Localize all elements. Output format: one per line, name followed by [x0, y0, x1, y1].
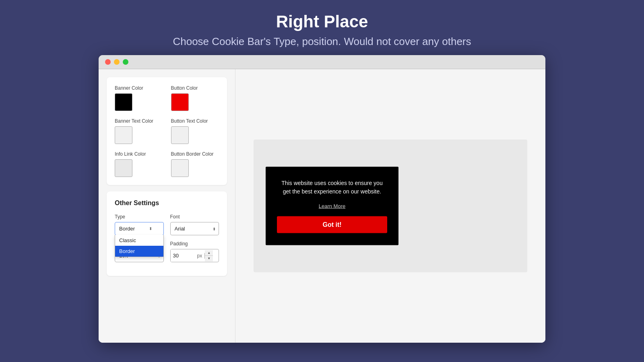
browser-window: Banner Color Button Color Banner Text Co…	[99, 55, 545, 343]
banner-color-swatch[interactable]	[115, 93, 132, 111]
type-dropdown-container: Border ⬍ Classic Border	[115, 222, 164, 235]
button-border-color-swatch[interactable]	[171, 159, 189, 177]
type-dropdown-arrow: ⬍	[149, 226, 152, 231]
padding-increment-button[interactable]: ▲	[205, 250, 213, 256]
type-dropdown-list: Classic Border	[115, 235, 164, 257]
traffic-light-green[interactable]	[123, 59, 128, 65]
padding-spinner: ▲ ▼	[205, 250, 213, 261]
type-option-border[interactable]: Border	[115, 246, 163, 257]
traffic-light-red[interactable]	[105, 59, 111, 65]
padding-input[interactable]	[171, 249, 195, 262]
type-field-group: Type Border ⬍ Classic Border	[115, 214, 164, 235]
type-option-classic[interactable]: Classic	[115, 235, 163, 246]
color-section: Banner Color Button Color Banner Text Co…	[107, 77, 227, 185]
font-select[interactable]: Arial Helvetica Georgia	[170, 222, 219, 235]
padding-unit: px	[195, 253, 205, 259]
button-color-swatch[interactable]	[171, 93, 189, 111]
button-border-color-label: Button Border Color	[171, 151, 219, 157]
settings-section: Other Settings Type Border ⬍ Classic	[107, 191, 227, 276]
padding-input-wrap: px ▲ ▼	[170, 249, 219, 262]
cookie-banner-text: This website uses cookies to ensure you …	[277, 179, 387, 196]
info-link-color-field: Info Link Color	[115, 151, 163, 177]
type-font-row: Type Border ⬍ Classic Border	[115, 214, 219, 235]
banner-text-color-field: Banner Text Color	[115, 118, 163, 144]
cookie-learn-more-link[interactable]: Learn More	[277, 203, 387, 209]
info-link-color-label: Info Link Color	[115, 151, 163, 157]
font-select-wrapper: Arial Helvetica Georgia ⬍	[170, 222, 219, 235]
info-link-color-swatch[interactable]	[115, 159, 132, 177]
button-text-color-label: Button Text Color	[171, 118, 219, 124]
cookie-got-it-button[interactable]: Got it!	[277, 216, 387, 233]
button-color-label: Button Color	[171, 85, 219, 91]
traffic-light-yellow[interactable]	[114, 59, 120, 65]
font-label: Font	[170, 214, 219, 220]
settings-title: Other Settings	[115, 200, 219, 207]
right-panel: This website uses cookies to ensure you …	[235, 69, 545, 343]
page-title: Right Place	[173, 12, 471, 31]
button-color-field: Button Color	[171, 85, 219, 111]
banner-text-color-swatch[interactable]	[115, 126, 132, 144]
color-grid: Banner Color Button Color Banner Text Co…	[115, 85, 219, 177]
padding-label: Padding	[170, 241, 219, 247]
button-text-color-field: Button Text Color	[171, 118, 219, 144]
type-label: Type	[115, 214, 164, 220]
browser-titlebar	[99, 55, 545, 69]
banner-text-color-label: Banner Text Color	[115, 118, 163, 124]
banner-color-label: Banner Color	[115, 85, 163, 91]
banner-color-field: Banner Color	[115, 85, 163, 111]
page-subtitle: Choose Cookie Bar's Type, position. Woul…	[173, 35, 471, 48]
padding-field-group: Padding px ▲ ▼	[170, 241, 219, 262]
font-field-group: Font Arial Helvetica Georgia ⬍	[170, 214, 219, 235]
browser-content: Banner Color Button Color Banner Text Co…	[99, 69, 545, 343]
button-border-color-field: Button Border Color	[171, 151, 219, 177]
type-dropdown-display[interactable]: Border ⬍	[115, 222, 164, 235]
cookie-banner: This website uses cookies to ensure you …	[266, 167, 398, 245]
left-panel: Banner Color Button Color Banner Text Co…	[99, 69, 235, 343]
padding-decrement-button[interactable]: ▼	[205, 256, 213, 261]
preview-area: This website uses cookies to ensure you …	[254, 140, 527, 272]
type-selected-value: Border	[119, 226, 135, 232]
button-text-color-swatch[interactable]	[171, 126, 189, 144]
